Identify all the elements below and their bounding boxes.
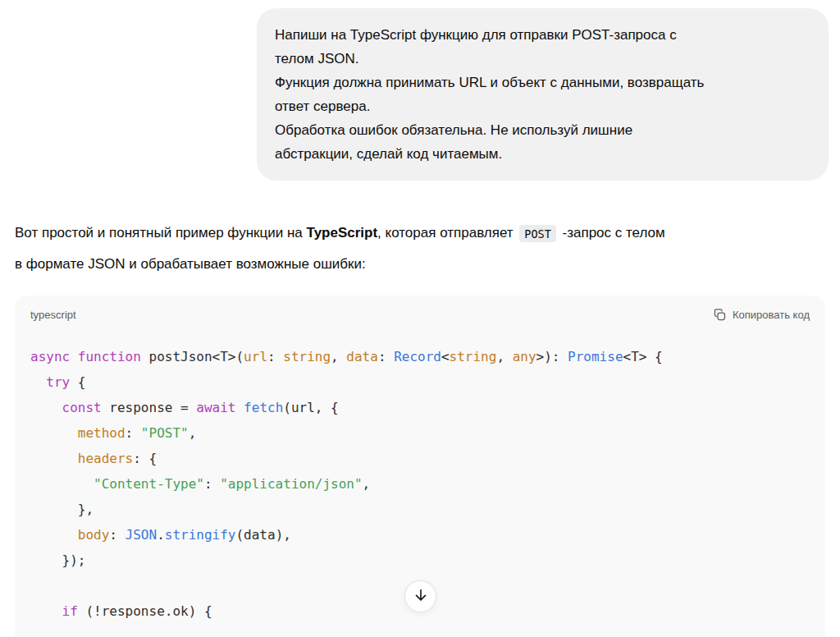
text-line: }); [30, 548, 810, 573]
text-line: async function postJson<T>(url: string, … [30, 344, 810, 369]
copy-code-label: Копировать код [733, 309, 810, 321]
text-line: body: JSON.stringify(data), [30, 522, 810, 548]
copy-code-button[interactable]: Копировать код [713, 308, 810, 322]
text-line: method: "POST", [30, 420, 810, 446]
assistant-intro-paragraph: Вот простой и понятный пример функции на… [15, 218, 829, 279]
text-line: Функция должна принимать URL и объект с … [275, 71, 810, 94]
text-line: телом JSON. [275, 47, 810, 71]
code-language-label: typescript [30, 309, 76, 321]
scroll-to-bottom-button[interactable] [404, 580, 436, 612]
text-line: const response = await fetch(url, { [30, 395, 810, 420]
text-line: в формате JSON и обрабатывает возможные … [15, 249, 829, 279]
text-line: try { [30, 369, 810, 395]
text-line: ответ сервера. [275, 94, 810, 118]
user-message-bubble: Напиши на TypeScript функцию для отправк… [257, 8, 829, 181]
text-line: Обработка ошибок обязательна. Не использ… [275, 118, 810, 142]
copy-icon [713, 308, 727, 322]
text-line: Вот простой и понятный пример функции на… [15, 218, 829, 249]
text-line: "Content-Type": "application/json", [30, 471, 810, 497]
text-line: headers: { [30, 446, 810, 471]
text-line: абстракции, сделай код читаемым. [275, 142, 810, 166]
text-line: Напиши на TypeScript функцию для отправк… [275, 23, 810, 47]
arrow-down-icon [413, 587, 429, 606]
text-line: }, [30, 497, 810, 522]
code-block-header: typescript Копировать код [15, 296, 825, 322]
